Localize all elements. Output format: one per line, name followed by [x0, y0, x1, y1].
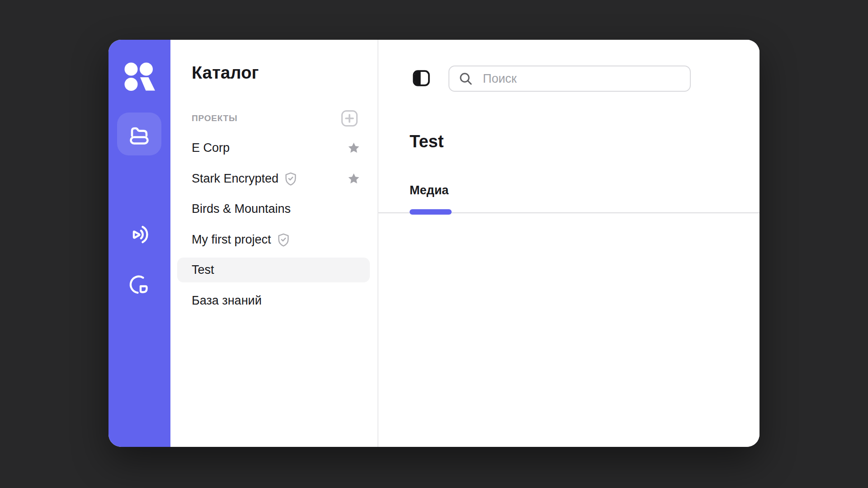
folder-icon — [128, 124, 150, 145]
panel-toggle-icon — [413, 70, 430, 86]
icon-rail — [108, 40, 170, 447]
shield-check-icon — [284, 172, 297, 186]
catalog-panel: Каталог ПРОЕКТЫ E Corp Stark Encrypted — [170, 40, 378, 447]
tab-media[interactable]: Медиа — [410, 183, 448, 197]
catalog-title: Каталог — [192, 63, 259, 83]
app-window: Каталог ПРОЕКТЫ E Corp Stark Encrypted — [108, 40, 760, 447]
main-pane: Test Медиа — [378, 40, 760, 447]
project-row-birds-mountains[interactable]: Birds & Mountains — [177, 197, 370, 221]
projects-section-label: ПРОЕКТЫ — [192, 113, 237, 123]
rail-item-analytics[interactable] — [117, 263, 161, 306]
play-broadcast-icon — [128, 225, 151, 245]
app-logo-icon — [124, 62, 155, 91]
pie-g-icon — [128, 273, 151, 296]
project-row-e-corp[interactable]: E Corp — [177, 136, 370, 160]
project-row-stark-encrypted[interactable]: Stark Encrypted — [177, 166, 370, 191]
project-row-my-first-project[interactable]: My first project — [177, 227, 370, 252]
star-icon[interactable] — [347, 172, 361, 186]
search-input[interactable] — [448, 66, 691, 92]
project-row-knowledge-base[interactable]: База знаний — [177, 288, 370, 313]
project-label: Stark Encrypted — [192, 172, 278, 186]
search-box — [448, 66, 691, 92]
plus-icon — [344, 113, 354, 123]
project-label: My first project — [192, 233, 271, 247]
project-row-test[interactable]: Test — [177, 258, 370, 282]
sidebar-toggle-button[interactable] — [413, 70, 430, 86]
project-label: База знаний — [192, 294, 262, 308]
page-title: Test — [410, 132, 443, 151]
projects-section-header: ПРОЕКТЫ — [192, 110, 358, 127]
star-icon[interactable] — [347, 141, 361, 155]
rail-item-media[interactable] — [117, 213, 161, 256]
rail-item-catalog[interactable] — [117, 113, 161, 155]
shield-check-icon — [277, 233, 290, 247]
active-tab-indicator — [410, 209, 452, 215]
project-label: E Corp — [192, 141, 230, 155]
add-project-button[interactable] — [341, 110, 358, 127]
project-label: Test — [192, 263, 214, 277]
project-label: Birds & Mountains — [192, 202, 291, 216]
